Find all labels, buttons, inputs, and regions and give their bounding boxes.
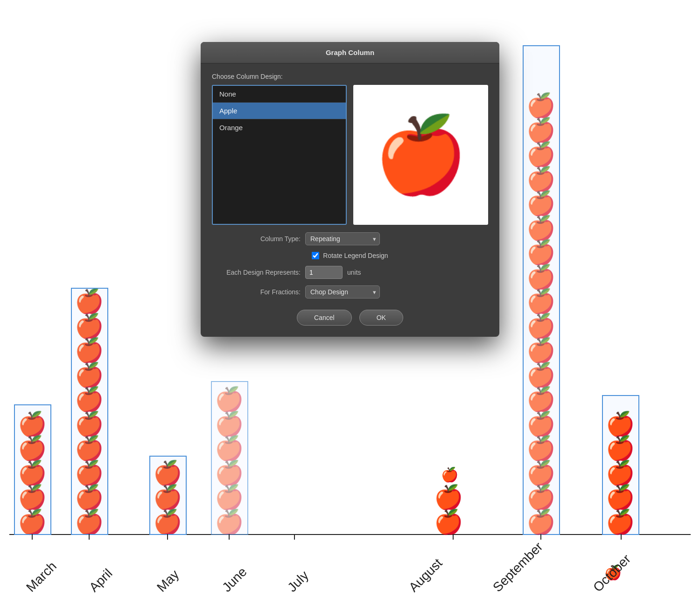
col-rect-april <box>71 288 108 535</box>
apple-icon: 🍎 <box>606 412 635 437</box>
apple-icon: 🍎 <box>526 118 555 143</box>
col-august: 🍎 🍎 <box>434 485 463 534</box>
apple-icon: 🍎 <box>526 338 555 363</box>
label-october: October <box>590 552 634 595</box>
apple-icon: 🍎 <box>526 363 555 388</box>
label-may: May <box>154 567 182 595</box>
col-rect-march <box>14 404 51 535</box>
apple-icon: 🍎 <box>526 265 555 290</box>
col-sep: 🍎 🍎 🍎 🍎 🍎 🍎 🍎 🍎 🍎 🍎 🍎 🍎 🍎 🍎 🍎 🍎 🍎 🍎 <box>526 93 555 534</box>
col-rect-may <box>149 456 187 535</box>
rotate-legend-label: Rotate Legend Design <box>323 252 388 259</box>
each-design-input[interactable] <box>305 266 343 279</box>
tick-aug <box>453 534 454 540</box>
apple-icon: 🍎 <box>526 216 555 241</box>
each-design-label: Each Design Represents: <box>212 269 301 276</box>
design-list[interactable]: None Apple Orange <box>212 85 347 225</box>
apple-icon: 🍎 <box>526 436 555 461</box>
apple-icon: 🍎 <box>526 387 555 412</box>
apple-icon: 🍎 <box>606 461 635 486</box>
choose-label: Choose Column Design: <box>212 73 488 80</box>
dialog-titlebar: Graph Column <box>201 42 499 63</box>
apple-icon: 🍎 <box>526 191 555 216</box>
dialog-title: Graph Column <box>326 49 374 56</box>
apple-icon: 🍎 <box>434 510 463 535</box>
apple-icon: 🍎 <box>526 167 555 192</box>
design-row: None Apple Orange 🍎 <box>212 85 488 225</box>
apple-icon: 🍎 <box>526 461 555 486</box>
apple-top-aug: 🍎 <box>441 466 458 483</box>
x-axis <box>9 534 691 535</box>
for-fractions-row: For Fractions: Chop Design Scale Design <box>212 285 488 299</box>
col-oct: 🍎 🍎 🍎 🍎 🍎 <box>606 412 635 535</box>
for-fractions-label: For Fractions: <box>212 288 301 296</box>
list-item-none[interactable]: None <box>213 86 346 103</box>
col-rect-june <box>211 381 248 535</box>
tick-june <box>229 534 230 540</box>
cancel-button[interactable]: Cancel <box>297 310 352 326</box>
apple-icon: 🍎 <box>526 142 555 167</box>
rotate-legend-row: Rotate Legend Design <box>212 252 488 259</box>
list-item-orange[interactable]: Orange <box>213 119 346 136</box>
rotate-legend-checkbox[interactable] <box>312 252 319 259</box>
tick-may <box>167 534 168 540</box>
buttons-row: Cancel OK <box>212 310 488 326</box>
units-label: units <box>347 269 361 276</box>
apple-icon: 🍎 <box>434 485 463 510</box>
dialog-body: Choose Column Design: None Apple Orange … <box>201 63 499 337</box>
ok-button[interactable]: OK <box>359 310 403 326</box>
graph-column-dialog: Graph Column Choose Column Design: None … <box>201 42 499 337</box>
label-april: April <box>86 566 115 595</box>
label-june: June <box>219 564 250 595</box>
tick-march <box>32 534 33 540</box>
apple-icon: 🍎 <box>606 510 635 535</box>
apple-icon: 🍎 <box>606 436 635 461</box>
apple-icon: 🍎 <box>606 485 635 510</box>
column-type-select[interactable]: Repeating Vertically Scaled Uniformly Sc… <box>305 232 380 245</box>
column-type-select-wrapper[interactable]: Repeating Vertically Scaled Uniformly Sc… <box>305 232 380 245</box>
apple-icon: 🍎 <box>526 240 555 265</box>
tick-april <box>89 534 90 540</box>
apple-icon: 🍎 <box>526 510 555 535</box>
each-design-row: Each Design Represents: units <box>212 266 488 279</box>
for-fractions-select[interactable]: Chop Design Scale Design <box>305 285 380 299</box>
tick-july <box>294 534 295 540</box>
list-item-apple[interactable]: Apple <box>213 103 346 119</box>
apple-icon: 🍎 <box>526 314 555 339</box>
apple-icon: 🍎 <box>526 485 555 510</box>
apple-icon: 🍎 <box>526 289 555 314</box>
label-september: September <box>490 539 546 595</box>
design-preview: 🍎 <box>353 85 488 225</box>
column-type-row: Column Type: Repeating Vertically Scaled… <box>212 232 488 245</box>
column-type-label: Column Type: <box>212 235 301 243</box>
preview-apple-icon: 🍎 <box>374 118 468 192</box>
label-march: March <box>23 559 60 595</box>
apple-icon: 🍎 <box>526 93 555 118</box>
tick-oct <box>621 534 622 540</box>
tick-sep <box>540 534 541 540</box>
label-july: July <box>285 568 312 595</box>
for-fractions-select-wrapper[interactable]: Chop Design Scale Design <box>305 285 380 299</box>
apple-icon: 🍎 <box>526 412 555 437</box>
label-august: August <box>406 555 445 595</box>
